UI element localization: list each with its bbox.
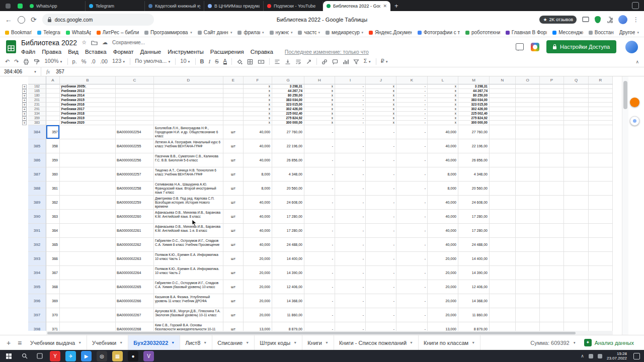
menu-item[interactable]: Вставка bbox=[85, 49, 107, 55]
cell[interactable] bbox=[154, 112, 223, 116]
sheet-tab[interactable]: Бух23032022 ▼ bbox=[128, 335, 180, 350]
cell[interactable]: 368 bbox=[46, 280, 60, 294]
menu-item[interactable]: Правка bbox=[42, 49, 61, 55]
cell[interactable] bbox=[60, 196, 116, 210]
cell[interactable]: x bbox=[428, 98, 458, 103]
cell[interactable] bbox=[154, 103, 223, 107]
row-header[interactable]: 397 bbox=[28, 308, 46, 322]
cell[interactable]: 24 608,00 bbox=[272, 196, 304, 210]
cell[interactable] bbox=[540, 210, 564, 224]
cell[interactable] bbox=[60, 280, 116, 294]
cell[interactable]: x bbox=[304, 116, 335, 121]
cell[interactable] bbox=[516, 224, 540, 238]
cell[interactable] bbox=[589, 167, 613, 182]
bookmark-item[interactable]: медиаресурсы bbox=[326, 30, 363, 35]
sheet-tab[interactable]: Списание ▼ bbox=[212, 335, 255, 350]
horizontal-align-icon[interactable] bbox=[274, 59, 280, 65]
cell[interactable]: учебники 2005г. bbox=[60, 84, 116, 89]
cell[interactable] bbox=[490, 238, 516, 252]
floating-extension-bubble[interactable] bbox=[630, 116, 639, 126]
cell[interactable]: 3 298,31 bbox=[458, 84, 490, 89]
cell[interactable] bbox=[490, 103, 516, 107]
cell[interactable]: - bbox=[366, 308, 396, 322]
menu-item[interactable]: Расширения bbox=[210, 49, 244, 55]
cell[interactable]: 366 bbox=[46, 252, 60, 266]
all-sheets-icon[interactable]: ≡ bbox=[14, 339, 25, 347]
decrease-decimals-button[interactable]: .0 bbox=[91, 59, 96, 64]
row-header[interactable]: 392 bbox=[28, 238, 46, 252]
cell[interactable]: 359 bbox=[46, 153, 60, 167]
text-rotate-icon[interactable] bbox=[306, 59, 312, 65]
cell[interactable] bbox=[516, 196, 540, 210]
cell[interactable] bbox=[540, 182, 564, 196]
cell[interactable]: Габриелян О.С., Остроумов И.Г., Сладков … bbox=[154, 238, 223, 252]
cell[interactable] bbox=[589, 125, 613, 139]
ruble-format-button[interactable]: ₽▼ bbox=[381, 58, 388, 65]
taskbar-app-icon[interactable]: ▦ bbox=[112, 351, 123, 361]
cell[interactable]: шт bbox=[223, 224, 244, 238]
move-folder-icon[interactable] bbox=[91, 40, 98, 45]
cell[interactable] bbox=[540, 252, 564, 266]
collapse-toolbar-icon[interactable]: ∧ bbox=[635, 59, 639, 64]
cell[interactable]: 80 250,00 bbox=[458, 94, 490, 98]
cell[interactable] bbox=[60, 294, 116, 308]
cell[interactable] bbox=[589, 280, 613, 294]
cell[interactable]: - bbox=[304, 308, 335, 322]
cell[interactable] bbox=[589, 107, 613, 112]
cell[interactable] bbox=[60, 224, 116, 238]
cell[interactable]: x bbox=[428, 89, 458, 94]
cell[interactable]: x bbox=[428, 112, 458, 116]
cell[interactable]: BA0000002268 bbox=[116, 322, 154, 331]
column-header[interactable]: A bbox=[46, 76, 60, 84]
pinned-tab[interactable] bbox=[2, 1, 14, 11]
menu-item[interactable]: Вид bbox=[68, 49, 78, 55]
cell[interactable] bbox=[589, 294, 613, 308]
column-header[interactable]: B bbox=[60, 76, 116, 84]
cell[interactable] bbox=[540, 294, 564, 308]
cast-icon[interactable] bbox=[582, 17, 589, 23]
row-header[interactable]: 387 bbox=[28, 167, 46, 182]
cell[interactable]: - bbox=[335, 210, 366, 224]
cell[interactable] bbox=[516, 116, 540, 121]
cell[interactable]: Учебники 2014 bbox=[60, 94, 116, 98]
bookmark-item[interactable]: частое bbox=[298, 30, 320, 35]
cell[interactable]: 14 400,00 bbox=[458, 252, 490, 266]
cell[interactable]: x bbox=[428, 84, 458, 89]
cell[interactable] bbox=[490, 153, 516, 167]
cell[interactable] bbox=[490, 308, 516, 322]
cell[interactable]: - bbox=[396, 107, 428, 112]
cell[interactable] bbox=[589, 112, 613, 116]
cell[interactable]: 383 034,00 bbox=[458, 98, 490, 103]
row-header[interactable]: 388 bbox=[28, 182, 46, 196]
cell[interactable] bbox=[564, 112, 589, 116]
cell[interactable]: 44 267,74 bbox=[458, 89, 490, 94]
cell[interactable] bbox=[154, 89, 223, 94]
tray-icon[interactable] bbox=[589, 354, 593, 358]
cell[interactable]: 24 488,00 bbox=[458, 238, 490, 252]
filter-icon[interactable] bbox=[353, 59, 359, 65]
cell[interactable] bbox=[540, 121, 564, 125]
cell[interactable]: x bbox=[428, 107, 458, 112]
start-button[interactable] bbox=[0, 350, 17, 362]
cell[interactable]: 14 368,00 bbox=[458, 294, 490, 308]
bold-button[interactable]: B bbox=[200, 59, 204, 64]
floating-extension-bubble[interactable] bbox=[630, 98, 639, 107]
cell[interactable] bbox=[589, 84, 613, 89]
cell[interactable]: - bbox=[335, 280, 366, 294]
cell[interactable] bbox=[589, 182, 613, 196]
sheet-tab-menu-icon[interactable]: ▼ bbox=[471, 341, 475, 344]
expand-group-button[interactable]: + bbox=[22, 107, 27, 112]
cell[interactable] bbox=[490, 84, 516, 89]
browser-tab[interactable]: WhatsApp ✕ bbox=[26, 1, 86, 11]
cell[interactable]: - bbox=[304, 182, 335, 196]
row-header[interactable]: 385 bbox=[28, 139, 46, 153]
cell[interactable]: x bbox=[304, 94, 335, 98]
undo-icon[interactable]: ↶ bbox=[5, 59, 10, 64]
cell[interactable] bbox=[46, 84, 60, 89]
cell[interactable] bbox=[223, 98, 244, 103]
browser-tab[interactable]: Подписки - YouTube ✕ bbox=[264, 1, 323, 11]
cell[interactable] bbox=[564, 98, 589, 103]
cell[interactable]: x bbox=[366, 94, 396, 98]
cell[interactable]: Боголюбов Л.Н., Виноградова Н.Ф., Городе… bbox=[154, 125, 223, 139]
document-title[interactable]: Библиотека 2022 bbox=[21, 39, 77, 47]
